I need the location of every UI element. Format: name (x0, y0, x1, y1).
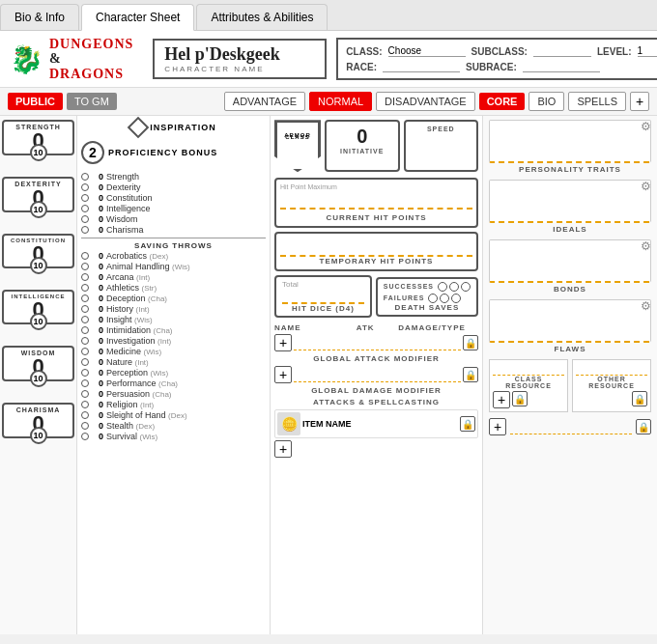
skill-animal-handling-dot[interactable] (81, 263, 89, 270)
hit-dice-input[interactable] (282, 289, 364, 304)
strength-stat[interactable]: STRENGTH 0 10 (2, 120, 74, 155)
tab-character-sheet[interactable]: Character Sheet (81, 4, 194, 31)
flaws-box[interactable] (489, 299, 651, 343)
subrace-input[interactable] (523, 61, 600, 72)
failures-label: FAILURES (384, 294, 425, 301)
constitution-stat[interactable]: CONSTITUTION 0 10 (2, 234, 74, 268)
subclass-input[interactable] (533, 45, 591, 57)
attack-2-lock[interactable]: 🔒 (463, 367, 478, 382)
class-label: CLASS: (346, 46, 382, 57)
wisdom-stat[interactable]: WISDOM 0 10 (2, 346, 74, 381)
item-lock[interactable]: 🔒 (460, 416, 475, 432)
save-charisma-dot[interactable] (81, 226, 89, 234)
ideals-box[interactable] (489, 180, 651, 223)
success-3[interactable] (461, 282, 471, 292)
skill-insight-dot[interactable] (81, 316, 89, 323)
bonds-box[interactable] (489, 239, 651, 283)
add-item-button[interactable]: + (274, 440, 292, 458)
skill-perception-dot[interactable] (81, 369, 89, 377)
save-dexterity-dot[interactable] (81, 183, 89, 191)
class-resource-input[interactable] (493, 364, 564, 376)
class-resource-lock[interactable]: 🔒 (512, 391, 528, 406)
constitution-score[interactable]: 10 (30, 257, 47, 274)
skill-athletics-dot[interactable] (81, 284, 89, 292)
hp-max-input[interactable] (280, 190, 472, 210)
add-class-resource-button[interactable]: + (493, 391, 510, 408)
armor-class-box[interactable]: ARMOR CLASS (274, 120, 321, 172)
skill-investigation-dot[interactable] (81, 337, 89, 345)
success-2[interactable] (449, 282, 459, 292)
tab-bio[interactable]: Bio & Info (0, 4, 79, 30)
attacks-header: NAME ATK DAMAGE/TYPE (274, 323, 478, 332)
dexterity-score[interactable]: 10 (30, 201, 47, 218)
level-input[interactable] (638, 45, 658, 57)
skill-history-dot[interactable] (81, 305, 89, 313)
strength-score[interactable]: 10 (30, 144, 47, 161)
flaws-gear-icon[interactable]: ⚙ (641, 299, 651, 313)
skill-acrobatics-dot[interactable] (81, 252, 89, 260)
advantage-button[interactable]: ADVANTAGE (224, 92, 305, 111)
skill-survival-dot[interactable] (81, 433, 89, 440)
skill-sleight-dot[interactable] (81, 411, 89, 419)
initiative-value[interactable]: 0 (332, 126, 392, 148)
personality-box[interactable] (489, 120, 651, 163)
tab-attributes[interactable]: Attributes & Abilities (196, 4, 328, 30)
add-attack-2-button[interactable]: + (274, 366, 292, 383)
skill-stealth-dot[interactable] (81, 422, 89, 430)
race-input[interactable] (383, 61, 460, 72)
speed-box[interactable]: SPEED (404, 120, 479, 172)
spells-button[interactable]: SPELLS (568, 92, 626, 111)
proficiency-bonus-value[interactable]: 2 (81, 141, 104, 164)
skill-nature-dot[interactable] (81, 358, 89, 366)
skill-intimidation-dot[interactable] (81, 326, 89, 334)
normal-button[interactable]: NORMAL (309, 92, 372, 111)
save-strength-dot[interactable] (81, 173, 89, 181)
temp-hp-input[interactable] (280, 238, 472, 257)
armor-class-input[interactable] (283, 140, 312, 155)
skill-arcana-dot[interactable] (81, 273, 89, 281)
disadvantage-button[interactable]: DISADVANTAGE (376, 92, 475, 111)
extra-lock[interactable]: 🔒 (636, 419, 651, 434)
add-section-button[interactable]: + (630, 92, 649, 111)
success-1[interactable] (438, 282, 447, 292)
skill-persuasion-dot[interactable] (81, 390, 89, 398)
charisma-stat[interactable]: CHARISMA 0 10 (2, 403, 74, 438)
bonds-gear-icon[interactable]: ⚙ (641, 239, 651, 253)
dexterity-stat[interactable]: DEXTERITY 0 10 (2, 177, 74, 212)
attack-2-name-field[interactable] (294, 367, 461, 382)
skill-persuasion: 0Persuasion (Cha) (81, 389, 266, 399)
add-extra-button[interactable]: + (489, 418, 506, 435)
attack-1-lock[interactable]: 🔒 (463, 335, 478, 350)
personality-gear-icon[interactable]: ⚙ (641, 120, 651, 133)
item-name-label: ITEM NAME (302, 419, 458, 429)
bio-button[interactable]: BIO (528, 92, 564, 111)
skill-medicine-dot[interactable] (81, 348, 89, 355)
skill-religion-dot[interactable] (81, 401, 89, 408)
failure-1[interactable] (428, 294, 438, 303)
charisma-score[interactable]: 10 (30, 427, 47, 444)
inspiration-diamond[interactable] (128, 117, 150, 139)
save-wisdom: 0Wisdom (81, 214, 266, 224)
other-resource-lock[interactable]: 🔒 (632, 391, 647, 406)
ideals-gear-icon[interactable]: ⚙ (641, 180, 651, 193)
skill-deception-dot[interactable] (81, 294, 89, 302)
public-button[interactable]: PUBLIC (8, 93, 63, 110)
initiative-box[interactable]: 0 INITIATIVE (325, 120, 400, 172)
other-resource-input[interactable] (576, 364, 647, 376)
level-label: LEVEL: (597, 46, 632, 57)
core-button[interactable]: CORE (479, 93, 526, 110)
add-attack-1-button[interactable]: + (274, 334, 292, 351)
save-wisdom-dot[interactable] (81, 215, 89, 223)
intelligence-score[interactable]: 10 (30, 313, 47, 330)
wisdom-score[interactable]: 10 (30, 370, 47, 387)
failure-2[interactable] (440, 294, 449, 303)
to-gm-button[interactable]: TO GM (67, 93, 117, 110)
intelligence-stat[interactable]: INTELLIGENCE 0 10 (2, 290, 74, 324)
attack-1-name-field[interactable] (294, 335, 461, 350)
extra-field[interactable] (510, 419, 632, 434)
failure-3[interactable] (451, 294, 461, 303)
save-intelligence-dot[interactable] (81, 205, 89, 212)
skill-performance-dot[interactable] (81, 379, 89, 387)
save-constitution-dot[interactable] (81, 194, 89, 202)
class-input[interactable] (388, 45, 466, 57)
